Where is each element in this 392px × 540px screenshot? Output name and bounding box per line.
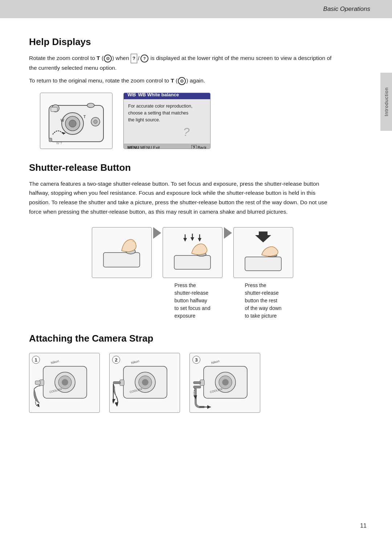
svg-rect-44 <box>113 382 121 384</box>
arrow-right-icon <box>153 227 161 239</box>
svg-rect-6 <box>51 107 57 112</box>
screen-exit: MENU MENU Exit <box>127 145 160 149</box>
strap-box-3: 3 Nikon COOLPIX <box>189 353 260 413</box>
help-displays-body2: To return to the original menu, rotate t… <box>29 76 334 85</box>
screen-back: ? Back <box>191 145 207 149</box>
camera-illustration: W T W T <box>40 93 113 149</box>
help-icon: ? <box>140 55 148 63</box>
svg-text:Nikon: Nikon <box>50 359 60 365</box>
svg-point-10 <box>94 120 97 124</box>
svg-rect-26 <box>245 257 281 271</box>
svg-text:W: W <box>61 118 64 122</box>
svg-rect-22 <box>174 255 211 269</box>
top-bar: Basic Operations <box>0 0 392 18</box>
svg-point-5 <box>87 103 94 108</box>
screen-illustration: WB WB White balance For accurate color r… <box>123 93 211 149</box>
help-illustration-row: W T W T WB WB White <box>40 93 334 149</box>
shutter-illustration-row: Press the shutter-release button halfway… <box>51 227 334 320</box>
screen-header: WB WB White balance <box>124 93 210 99</box>
svg-point-40 <box>142 379 148 386</box>
zoom-in-icon2: ⊙ <box>178 77 186 85</box>
svg-point-3 <box>69 120 76 127</box>
svg-rect-54 <box>193 382 201 384</box>
screen-line1: For accurate color reproduction, <box>128 103 192 110</box>
finger-halfway-svg <box>167 231 218 274</box>
strap-step-1-number: 1 <box>32 356 40 364</box>
shutter-item-1 <box>92 227 152 278</box>
svg-marker-56 <box>207 405 211 409</box>
strap-step1-svg: Nikon COOLPIX <box>32 356 96 410</box>
strap-box-2: 2 Nikon COOLPIX <box>109 353 180 413</box>
svg-point-50 <box>222 379 229 386</box>
shutter-release-heading: Shutter-release Button <box>29 162 334 173</box>
svg-rect-35 <box>35 381 40 384</box>
arrow-2 <box>222 227 233 261</box>
zoom-in-icon: ⊙ <box>104 55 112 63</box>
strap-step2-svg: Nikon COOLPIX <box>113 356 176 410</box>
screen-footer: MENU MENU Exit ? Back <box>124 144 210 149</box>
finger-rest-svg <box>96 231 147 274</box>
strap-step-3-number: 3 <box>192 356 200 364</box>
svg-rect-14 <box>103 253 140 267</box>
shutter-caption-1: Press the shutter-release button halfway… <box>175 282 211 320</box>
screen-title-text: WB White balance <box>138 93 179 97</box>
section-header: Basic Operations <box>323 5 370 13</box>
shutter-box-1 <box>92 227 152 278</box>
page: Basic Operations Introduction Help Displ… <box>0 0 392 540</box>
arrow-1 <box>152 227 163 261</box>
shutter-box-3 <box>233 227 293 278</box>
wb-icon: WB <box>127 93 136 97</box>
svg-rect-12 <box>49 138 52 142</box>
finger-full-svg <box>238 231 289 274</box>
strap-step-2-number: 2 <box>112 356 120 364</box>
camera-strap-heading: Attaching the Camera Strap <box>29 333 334 344</box>
screen-line2: choose a setting that matches <box>128 110 192 117</box>
camera-svg: W T W T <box>42 94 111 147</box>
svg-point-31 <box>62 379 68 386</box>
svg-marker-24 <box>255 235 271 242</box>
right-side-tab: Introduction <box>380 73 392 131</box>
shutter-release-body: The camera features a two-stage shutter-… <box>29 179 334 216</box>
screen-line3: the light source. <box>128 117 192 124</box>
svg-rect-25 <box>259 231 268 236</box>
svg-text:W  T: W T <box>56 141 62 145</box>
right-tab-label: Introduction <box>384 87 389 116</box>
svg-text:T: T <box>83 115 86 119</box>
strap-step3-svg: Nikon COOLPIX <box>193 356 256 410</box>
question-mark-area: ? <box>128 123 192 141</box>
shutter-box-2 <box>163 227 222 278</box>
svg-marker-21 <box>198 238 201 242</box>
help-displays-heading: Help Displays <box>29 36 334 48</box>
shutter-item-2: Press the shutter-release button halfway… <box>163 227 222 320</box>
svg-rect-55 <box>193 386 201 388</box>
main-content: Help Displays Rotate the zoom control to… <box>0 18 363 446</box>
svg-marker-19 <box>183 238 187 242</box>
help-displays-body1: Rotate the zoom control to T (⊙) when ?/… <box>29 53 334 72</box>
shutter-item-3: Press the shutter-release button the res… <box>233 227 293 320</box>
svg-text:Nikon: Nikon <box>211 359 220 365</box>
arrow-right-icon2 <box>224 227 232 239</box>
svg-text:Nikon: Nikon <box>131 359 140 365</box>
page-number: 11 <box>360 523 367 529</box>
camera-strap-illustration-row: 1 Nikon COOLPIX <box>29 353 334 413</box>
shutter-caption-2: Press the shutter-release button the res… <box>245 282 281 320</box>
svg-marker-20 <box>191 237 194 241</box>
screen-body: For accurate color reproduction, choose … <box>124 99 197 144</box>
strap-box-1: 1 Nikon COOLPIX <box>29 353 100 413</box>
